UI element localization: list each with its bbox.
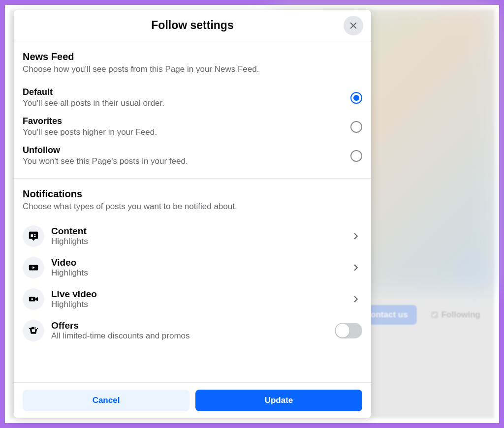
notif-value: Highlights bbox=[51, 268, 349, 278]
notifications-section: Notifications Choose what types of posts… bbox=[14, 179, 371, 354]
modal-footer: Cancel Update bbox=[14, 382, 371, 418]
close-button[interactable] bbox=[344, 16, 363, 35]
chevron-right-icon bbox=[349, 261, 362, 274]
chevron-right-icon bbox=[349, 230, 362, 243]
section-title: News Feed bbox=[23, 51, 362, 62]
radio-input[interactable] bbox=[350, 150, 362, 162]
radio-label: Default bbox=[23, 87, 350, 97]
check-icon bbox=[431, 311, 439, 319]
notif-content[interactable]: Content Highlights bbox=[23, 220, 362, 252]
notif-label: Offers bbox=[51, 320, 335, 331]
cancel-button[interactable]: Cancel bbox=[23, 390, 189, 411]
radio-unfollow[interactable]: Unfollow You won't see this Page's posts… bbox=[23, 141, 362, 170]
radio-label: Unfollow bbox=[23, 145, 350, 155]
bg-following-button: Following bbox=[422, 305, 489, 325]
notif-label: Video bbox=[51, 257, 349, 268]
notif-label: Content bbox=[51, 226, 349, 237]
modal-body: News Feed Choose how you'll see posts fr… bbox=[14, 41, 371, 382]
radio-favorites[interactable]: Favorites You'll see posts higher in you… bbox=[23, 112, 362, 141]
content-icon bbox=[23, 225, 44, 247]
notif-video[interactable]: Video Highlights bbox=[23, 252, 362, 283]
radio-desc: You won't see this Page's posts in your … bbox=[23, 156, 350, 166]
notif-offers[interactable]: Offers All limited-time discounts and pr… bbox=[23, 315, 362, 346]
section-desc: Choose what types of posts you want to b… bbox=[23, 202, 362, 212]
section-title: Notifications bbox=[23, 188, 362, 200]
radio-desc: You'll see posts higher in your Feed. bbox=[23, 127, 350, 137]
radio-input[interactable] bbox=[350, 121, 362, 133]
notif-value: Highlights bbox=[51, 237, 349, 246]
notif-live-video[interactable]: Live video Highlights bbox=[23, 283, 362, 315]
video-icon bbox=[23, 257, 44, 278]
live-video-icon bbox=[23, 288, 44, 310]
modal-title: Follow settings bbox=[151, 19, 233, 32]
radio-desc: You'll see all posts in their usual orde… bbox=[23, 98, 350, 108]
radio-label: Favorites bbox=[23, 116, 350, 126]
modal-header: Follow settings bbox=[14, 10, 371, 41]
notif-value: All limited-time discounts and promos bbox=[51, 331, 335, 341]
news-feed-section: News Feed Choose how you'll see posts fr… bbox=[14, 41, 371, 179]
chevron-right-icon bbox=[349, 293, 362, 306]
offers-icon bbox=[23, 320, 44, 341]
radio-input[interactable] bbox=[350, 92, 362, 104]
notif-value: Highlights bbox=[51, 300, 349, 309]
offers-toggle[interactable] bbox=[335, 323, 362, 338]
section-desc: Choose how you'll see posts from this Pa… bbox=[23, 64, 362, 74]
follow-settings-modal: Follow settings News Feed Choose how you… bbox=[14, 10, 371, 418]
notif-label: Live video bbox=[51, 289, 349, 300]
close-icon bbox=[348, 20, 359, 31]
radio-default[interactable]: Default You'll see all posts in their us… bbox=[23, 83, 362, 112]
update-button[interactable]: Update bbox=[195, 390, 362, 411]
